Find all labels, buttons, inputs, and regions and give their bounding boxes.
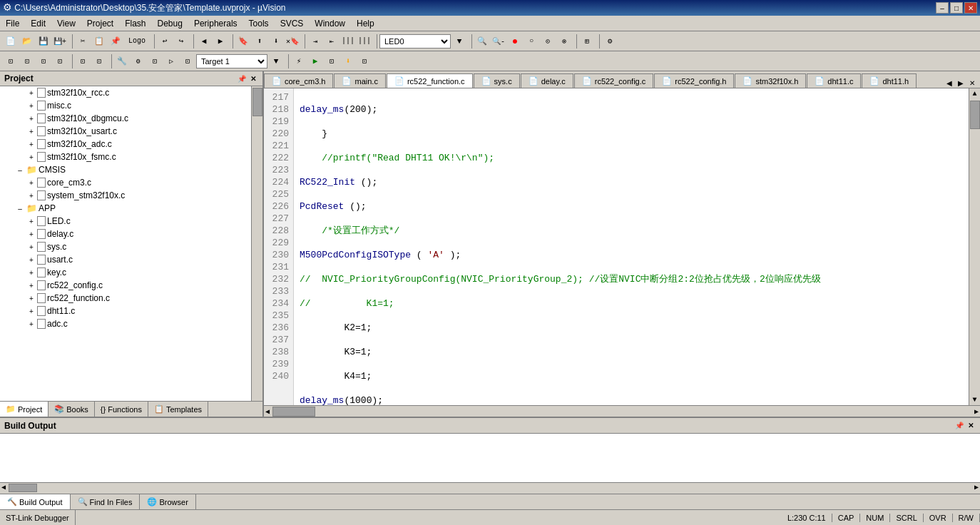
- sidebar-pin[interactable]: 📌: [237, 73, 247, 83]
- tb2-btn7[interactable]: 🔧: [114, 53, 130, 69]
- editor-vscroll[interactable]: ▲ ▼: [969, 88, 980, 405]
- tree-item-app[interactable]: – 📁 APP: [0, 202, 251, 215]
- copy-button[interactable]: 📋: [91, 34, 107, 49]
- tree-item-adc2[interactable]: + adc.c: [0, 317, 251, 330]
- tree-item-rc522cfg[interactable]: + rc522_config.c: [0, 279, 251, 292]
- sidebar-scroll-thumb[interactable]: [252, 88, 262, 116]
- open-button[interactable]: 📂: [19, 34, 35, 49]
- debug-step[interactable]: ⊙: [540, 34, 556, 49]
- menu-project[interactable]: Project: [81, 16, 119, 31]
- window-btn[interactable]: ⊞: [579, 34, 595, 49]
- tree-item-dht11[interactable]: + dht11.c: [0, 305, 251, 317]
- menu-window[interactable]: Window: [309, 16, 351, 31]
- tree-item-usart[interactable]: + stm32f10x_usart.c: [0, 125, 251, 138]
- tab-scroll-left[interactable]: ◀: [944, 78, 954, 88]
- tab-core-cm3h[interactable]: 📄 core_cm3.h: [264, 73, 333, 88]
- target-combo[interactable]: Target 1: [196, 54, 267, 68]
- vscroll-down-arrow[interactable]: ▼: [972, 396, 976, 404]
- code-hscroll[interactable]: ◀ ▶: [264, 405, 980, 417]
- close-button[interactable]: ✕: [964, 2, 977, 14]
- prev-bookmark[interactable]: ⬆: [252, 34, 267, 49]
- tb2-btn16[interactable]: ⊡: [324, 53, 340, 69]
- hscroll-thumb[interactable]: [272, 407, 315, 417]
- build-hscroll[interactable]: ◀ ▶: [0, 482, 980, 494]
- build-hscroll-thumb[interactable]: [9, 484, 37, 492]
- tab-dht11h[interactable]: 📄 dht11.h: [862, 73, 917, 88]
- debug-run[interactable]: ○: [524, 34, 539, 49]
- menu-view[interactable]: View: [51, 16, 81, 31]
- indent-button[interactable]: ⇥: [307, 34, 323, 49]
- tab-dht11c[interactable]: 📄 dht11.c: [807, 73, 861, 88]
- nav-back-button[interactable]: ◀: [196, 34, 212, 49]
- tree-item-system[interactable]: + system_stm32f10x.c: [0, 189, 251, 202]
- tab-close[interactable]: ✕: [967, 78, 977, 88]
- paste-button[interactable]: 📌: [108, 34, 123, 49]
- tb2-btn5[interactable]: ⊡: [75, 53, 91, 69]
- tb2-btn6[interactable]: ⊡: [91, 53, 107, 69]
- menu-svcs[interactable]: SVCS: [275, 16, 310, 31]
- build-hscroll-right[interactable]: ▶: [973, 483, 980, 494]
- menu-file[interactable]: File: [0, 16, 25, 31]
- build-hscroll-left[interactable]: ◀: [0, 483, 7, 494]
- code-content[interactable]: delay_ms(200); } //printf("Read DHT11 OK…: [294, 88, 969, 405]
- settings-button[interactable]: ⚙: [602, 34, 618, 49]
- vscroll-up-arrow[interactable]: ▲: [972, 90, 976, 98]
- target-dropdown[interactable]: ▼: [268, 53, 284, 69]
- sidebar-close[interactable]: ✕: [248, 73, 258, 83]
- undo-button[interactable]: ↩: [157, 34, 173, 49]
- tree-item-misc[interactable]: + misc.c: [0, 99, 251, 112]
- vscroll-thumb[interactable]: [970, 101, 980, 129]
- led-combo[interactable]: LED0: [379, 34, 451, 49]
- nav-fwd-button[interactable]: ▶: [213, 34, 228, 49]
- col2-button[interactable]: |||: [357, 34, 372, 49]
- tree-item-corecm3[interactable]: + core_cm3.c: [0, 176, 251, 189]
- tb2-btn17[interactable]: ⬇: [340, 53, 356, 69]
- redo-button[interactable]: ↪: [173, 34, 189, 49]
- menu-peripherals[interactable]: Peripherals: [188, 16, 243, 31]
- unindent-button[interactable]: ⇤: [324, 34, 340, 49]
- bookmark-button[interactable]: 🔖: [235, 34, 251, 49]
- sidebar-scrollbar[interactable]: [251, 86, 262, 401]
- tree-item-cmsis[interactable]: – 📁 CMSIS: [0, 163, 251, 176]
- tab-delayc[interactable]: 📄 delay.c: [521, 73, 573, 88]
- build-tab-browser[interactable]: 🌐 Browser: [140, 494, 195, 509]
- tree-item-sys[interactable]: + sys.c: [0, 240, 251, 253]
- tb2-btn10[interactable]: ▷: [163, 53, 179, 69]
- tree-item-fsmc[interactable]: + stm32f10x_fsmc.c: [0, 151, 251, 163]
- tab-rc522function[interactable]: 📄 rc522_function.c: [387, 73, 473, 88]
- new-file-button[interactable]: 📄: [3, 34, 19, 49]
- build-tab-find[interactable]: 🔍 Find In Files: [71, 494, 141, 509]
- tb2-btn4[interactable]: ⊡: [52, 53, 68, 69]
- col-button[interactable]: |||: [340, 34, 356, 49]
- tree-item-usartc[interactable]: + usart.c: [0, 253, 251, 266]
- build-output-close[interactable]: ✕: [966, 421, 976, 431]
- build-tab-build[interactable]: 🔨 Build Output: [0, 494, 71, 509]
- tab-sysc[interactable]: 📄 sys.c: [474, 73, 520, 88]
- tab-rc522configh[interactable]: 📄 rc522_config.h: [654, 73, 734, 88]
- sidebar-tab-functions[interactable]: {} Functions: [95, 402, 148, 417]
- tb2-btn18[interactable]: ⊡: [357, 53, 372, 69]
- tree-item-key[interactable]: + key.c: [0, 266, 251, 279]
- tab-stm32h[interactable]: 📄 stm32f10x.h: [735, 73, 806, 88]
- next-bookmark[interactable]: ⬇: [268, 34, 284, 49]
- tb2-gear2[interactable]: ⚙: [131, 53, 146, 69]
- search-button[interactable]: 🔍: [474, 34, 490, 49]
- tab-rc522config[interactable]: 📄 rc522_config.c: [574, 73, 654, 88]
- menu-help[interactable]: Help: [351, 16, 380, 31]
- logo-button[interactable]: Logo: [124, 34, 150, 49]
- hscroll-left-arrow[interactable]: ◀: [265, 407, 270, 416]
- tb2-btn9[interactable]: ⊡: [147, 53, 163, 69]
- maximize-button[interactable]: □: [950, 2, 963, 14]
- sidebar-tab-templates[interactable]: 📋 Templates: [148, 402, 208, 417]
- debug-btn2[interactable]: ⊗: [556, 34, 572, 49]
- tab-mainc[interactable]: 📄 main.c: [334, 73, 385, 88]
- tb2-btn1[interactable]: ⊡: [3, 53, 19, 69]
- tab-scroll-right[interactable]: ▶: [956, 78, 966, 88]
- cut-button[interactable]: ✂: [75, 34, 91, 49]
- debug-stop[interactable]: ●: [507, 34, 523, 49]
- tree-item-stm32rcc[interactable]: + stm32f10x_rcc.c: [0, 86, 251, 99]
- save-all-button[interactable]: 💾+: [52, 34, 68, 49]
- sidebar-tab-books[interactable]: 📚 Books: [49, 402, 95, 417]
- sidebar-tab-project[interactable]: 📁 Project: [0, 402, 49, 417]
- zoom-btn[interactable]: 🔍-: [491, 34, 506, 49]
